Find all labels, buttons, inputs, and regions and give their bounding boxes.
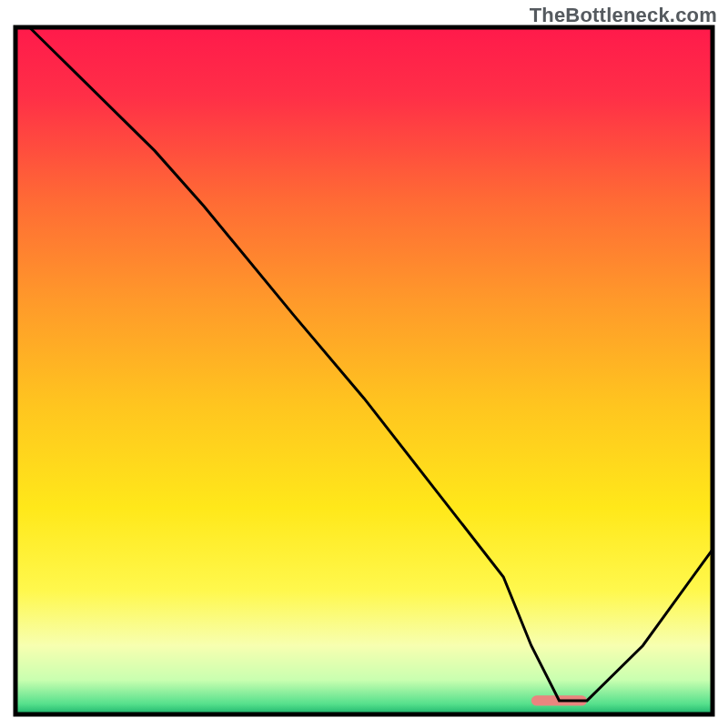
watermark-text: TheBottleneck.com (530, 4, 717, 27)
plot-area (15, 27, 713, 714)
bottleneck-chart (0, 0, 728, 728)
chart-container: TheBottleneck.com (0, 0, 728, 728)
